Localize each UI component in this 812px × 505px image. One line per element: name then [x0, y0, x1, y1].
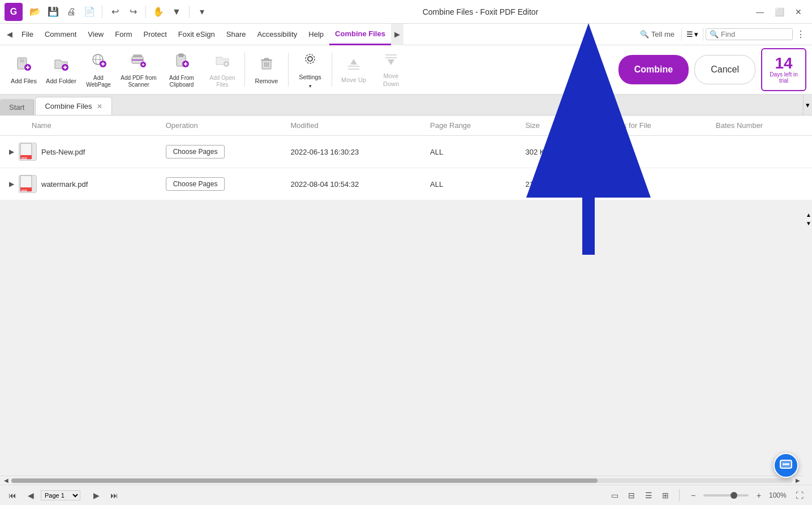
two-page-view-button[interactable]: ⊟ [624, 487, 639, 503]
zoom-thumb[interactable] [731, 492, 737, 499]
add-folder-label: Add Folder [46, 78, 76, 85]
row1-bates-cell [707, 136, 812, 168]
zoom-out-button[interactable]: − [685, 487, 701, 503]
zoom-slider[interactable] [703, 494, 749, 497]
tab-close-icon[interactable]: ✕ [97, 102, 102, 110]
menu-form[interactable]: Form [109, 24, 138, 45]
last-page-button[interactable]: ⏭ [106, 487, 122, 503]
row2-filename: watermark.pdf [41, 180, 88, 189]
menu-accessibility[interactable]: Accessibility [252, 24, 303, 45]
continuous-view-button[interactable]: ☰ [641, 487, 656, 503]
hscroll-thumb[interactable] [11, 478, 598, 483]
table-header: Name Operation Modified Page Range Size … [0, 115, 812, 136]
tab-bar: Start Combine Files ✕ ▾ [0, 95, 812, 115]
add-pdf-scanner-label: Add PDF from Scanner [120, 75, 157, 88]
menu-comment[interactable]: Comment [39, 24, 82, 45]
add-open-files-button[interactable]: Add Open Files [204, 47, 241, 92]
tab-start[interactable]: Start [0, 99, 34, 115]
more-view-button[interactable]: ⊞ [658, 487, 673, 503]
add-webpage-label: Add WebPage [83, 75, 114, 88]
combine-button[interactable]: Combine [618, 55, 689, 84]
undo-icon[interactable]: ↩ [107, 4, 123, 20]
prev-page-button[interactable]: ◀ [23, 487, 38, 503]
first-page-button[interactable]: ⏮ [5, 487, 20, 503]
hscroll-track [11, 478, 793, 483]
row1-expand-button[interactable]: ▶ [9, 148, 14, 156]
touch-icon[interactable]: ✋ [151, 4, 166, 20]
move-down-icon [383, 53, 399, 70]
row2-file-icon: PDF [19, 175, 37, 193]
row1-name-cell: ▶ PDF Pets-New.pdf [0, 136, 157, 168]
tab-scroll-down-icon[interactable]: ▾ [803, 95, 812, 115]
quick-access-icon[interactable]: ▾ [194, 4, 210, 20]
toolbar-separator-3 [332, 53, 332, 87]
view-options[interactable]: ☰ ▾ [684, 30, 701, 38]
row1-filename: Pets-New.pdf [41, 148, 85, 156]
svg-point-53 [787, 463, 789, 465]
move-down-button[interactable]: Move Down [373, 47, 409, 92]
save-icon[interactable]: 💾 [45, 4, 61, 20]
menu-foxit-esign[interactable]: Foxit eSign [173, 24, 221, 45]
row2-choose-pages-button[interactable]: Choose Pages [166, 177, 225, 191]
add-webpage-button[interactable]: Add WebPage [80, 47, 117, 92]
page-select[interactable]: Page 1 [41, 490, 80, 500]
separator [102, 6, 102, 18]
svg-text:PDF: PDF [22, 189, 27, 192]
print-icon[interactable]: 🖨 [63, 4, 79, 20]
minimize-button[interactable]: — [751, 4, 769, 20]
menu-help[interactable]: Help [303, 24, 329, 45]
app-title: Combine Files - Foxit PDF Editor [210, 7, 751, 16]
open-icon[interactable]: 📂 [27, 4, 43, 20]
titlebar-icons: 📂 💾 🖨 📄 ↩ ↪ ✋ ▼ ▾ [27, 4, 210, 20]
maximize-button[interactable]: ⬜ [770, 4, 788, 20]
zoom-in-button[interactable]: + [751, 487, 767, 503]
move-up-button[interactable]: Move Up [336, 47, 372, 92]
row1-size-cell: 302 KB [516, 136, 585, 168]
close-button[interactable]: ✕ [789, 4, 807, 20]
row2-pagerange-cell: ALL [421, 168, 516, 200]
col-bookmark: Bookmark for File [585, 115, 707, 136]
zoom-area: − + 100% ⛶ [685, 487, 807, 503]
menu-file[interactable]: File [16, 24, 39, 45]
add-clipboard-button[interactable]: Add From Clipboard [161, 47, 203, 92]
cancel-button[interactable]: Cancel [694, 55, 755, 84]
menu-combine-files[interactable]: Combine Files [329, 24, 391, 45]
svg-point-51 [783, 463, 785, 465]
row2-size-cell: 219 KB [516, 168, 585, 200]
menu-protect[interactable]: Protect [138, 24, 173, 45]
row2-expand-button[interactable]: ▶ [9, 180, 14, 188]
scroll-down-button[interactable]: ▼ [805, 220, 812, 226]
add-folder-button[interactable]: Add Folder [43, 47, 79, 92]
row1-operation-cell: Choose Pages [157, 136, 282, 168]
tell-me-area[interactable]: 🔍 Tell me [635, 28, 679, 41]
row1-choose-pages-button[interactable]: Choose Pages [166, 145, 225, 159]
remove-icon [259, 55, 274, 75]
tab-combine-files[interactable]: Combine Files ✕ [35, 97, 111, 115]
menu-right-arrow[interactable]: ▶ [391, 24, 403, 45]
more-button[interactable]: ⋮ [793, 27, 809, 42]
col-modified: Modified [281, 115, 421, 136]
find-box[interactable]: 🔍 [706, 28, 793, 40]
next-page-button[interactable]: ▶ [88, 487, 104, 503]
scroll-up-button[interactable]: ▲ [805, 212, 812, 218]
statusbar-separator [679, 489, 680, 502]
redo-icon[interactable]: ↪ [125, 4, 141, 20]
row2-name-cell: ▶ PDF watermark.pdf [0, 168, 157, 200]
new-icon[interactable]: 📄 [81, 4, 97, 20]
chat-assistant-button[interactable] [774, 453, 798, 478]
add-files-button[interactable]: Add Files [6, 47, 42, 92]
menu-share[interactable]: Share [221, 24, 252, 45]
col-name: Name [0, 115, 157, 136]
hscroll-left-button[interactable]: ◀ [1, 477, 11, 485]
remove-button[interactable]: Remove [248, 47, 285, 92]
dropdown-icon[interactable]: ▼ [169, 4, 184, 20]
hscroll-right-button[interactable]: ▶ [793, 477, 803, 485]
days-left-trial[interactable]: 14 Days left in trial [761, 48, 806, 91]
find-input[interactable] [721, 30, 789, 38]
add-pdf-scanner-button[interactable]: Add PDF from Scanner [118, 47, 160, 92]
single-page-view-button[interactable]: ▭ [607, 487, 622, 503]
menu-left-arrow[interactable]: ◀ [3, 24, 16, 45]
menu-view[interactable]: View [82, 24, 109, 45]
settings-button[interactable]: Settings ▾ [292, 47, 328, 92]
fit-page-button[interactable]: ⛶ [792, 487, 807, 503]
